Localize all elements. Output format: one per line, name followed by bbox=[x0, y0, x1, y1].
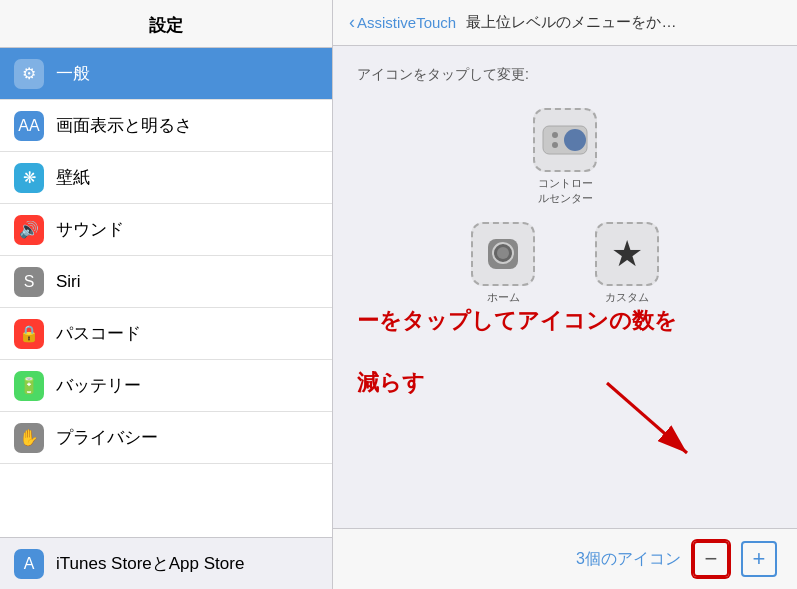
svg-point-1 bbox=[564, 129, 586, 151]
plus-button[interactable]: + bbox=[741, 541, 777, 577]
sidebar-bottom-item[interactable]: A iTunes StoreとApp Store bbox=[0, 537, 332, 589]
svg-point-3 bbox=[552, 142, 558, 148]
sidebar-item-privacy[interactable]: ✋プライバシー bbox=[0, 412, 332, 464]
content-body: アイコンをタップして変更: bbox=[333, 46, 797, 528]
privacy-icon: ✋ bbox=[14, 423, 44, 453]
svg-rect-6 bbox=[497, 247, 509, 259]
icon-row-2: ホーム ★ カスタム bbox=[471, 222, 659, 305]
home-icon-box[interactable] bbox=[471, 222, 535, 286]
sidebar-list: ⚙一般AA画面表示と明るさ❋壁紙🔊サウンドSSiri🔒パスコード🔋バッテリー✋プ… bbox=[0, 48, 332, 537]
icon-count-label: 3個のアイコン bbox=[576, 549, 681, 570]
icon-slot-custom: ★ カスタム bbox=[595, 222, 659, 305]
icon-grid: コントロールセンター ホーム bbox=[357, 108, 773, 305]
sidebar-item-display[interactable]: AA画面表示と明るさ bbox=[0, 100, 332, 152]
control-center-icon-inner bbox=[541, 124, 589, 156]
itunes-store-icon: A bbox=[14, 549, 44, 579]
content-panel: ‹ AssistiveTouch 最上位レベルのメニューをか… アイコンをタップ… bbox=[333, 0, 797, 589]
back-button[interactable]: ‹ AssistiveTouch bbox=[349, 12, 456, 33]
passcode-label: パスコード bbox=[56, 322, 141, 345]
annotation-line2: 減らす bbox=[357, 370, 425, 395]
passcode-icon: 🔒 bbox=[14, 319, 44, 349]
header-title: 最上位レベルのメニューをか… bbox=[466, 13, 676, 32]
custom-label: カスタム bbox=[605, 290, 649, 305]
sidebar-item-wallpaper[interactable]: ❋壁紙 bbox=[0, 152, 332, 204]
sound-label: サウンド bbox=[56, 218, 124, 241]
control-center-label: コントロールセンター bbox=[538, 176, 593, 206]
sound-icon: 🔊 bbox=[14, 215, 44, 245]
control-center-icon-box[interactable] bbox=[533, 108, 597, 172]
sidebar-item-siri[interactable]: SSiri bbox=[0, 256, 332, 308]
sidebar: 設定 ⚙一般AA画面表示と明るさ❋壁紙🔊サウンドSSiri🔒パスコード🔋バッテリ… bbox=[0, 0, 333, 589]
home-label: ホーム bbox=[487, 290, 520, 305]
svg-point-2 bbox=[552, 132, 558, 138]
custom-icon-inner: ★ bbox=[611, 233, 643, 275]
star-icon: ★ bbox=[611, 233, 643, 275]
custom-icon-box[interactable]: ★ bbox=[595, 222, 659, 286]
sidebar-item-sound[interactable]: 🔊サウンド bbox=[0, 204, 332, 256]
home-icon-inner bbox=[484, 235, 522, 273]
display-label: 画面表示と明るさ bbox=[56, 114, 192, 137]
toggle-svg-icon bbox=[541, 124, 589, 156]
minus-button[interactable]: − bbox=[693, 541, 729, 577]
instruction-text: アイコンをタップして変更: bbox=[357, 66, 773, 84]
svg-line-7 bbox=[607, 383, 687, 453]
arrow-svg bbox=[587, 373, 707, 473]
home-svg-icon bbox=[484, 235, 522, 273]
annotation-line1: ーをタップしてアイコンの数を bbox=[357, 308, 677, 333]
icon-slot-home: ホーム bbox=[471, 222, 535, 305]
bottom-bar: 3個のアイコン − + bbox=[333, 528, 797, 589]
sidebar-title: 設定 bbox=[0, 0, 332, 48]
battery-icon: 🔋 bbox=[14, 371, 44, 401]
general-icon: ⚙ bbox=[14, 59, 44, 89]
sidebar-item-battery[interactable]: 🔋バッテリー bbox=[0, 360, 332, 412]
general-label: 一般 bbox=[56, 62, 90, 85]
wallpaper-label: 壁紙 bbox=[56, 166, 90, 189]
wallpaper-icon: ❋ bbox=[14, 163, 44, 193]
sidebar-item-general[interactable]: ⚙一般 bbox=[0, 48, 332, 100]
icon-slot-control-center: コントロールセンター bbox=[533, 108, 597, 206]
back-label: AssistiveTouch bbox=[357, 14, 456, 31]
display-icon: AA bbox=[14, 111, 44, 141]
siri-label: Siri bbox=[56, 272, 81, 292]
itunes-store-label: iTunes StoreとApp Store bbox=[56, 552, 244, 575]
icon-row-1: コントロールセンター bbox=[533, 108, 597, 206]
sidebar-item-passcode[interactable]: 🔒パスコード bbox=[0, 308, 332, 360]
siri-icon: S bbox=[14, 267, 44, 297]
privacy-label: プライバシー bbox=[56, 426, 158, 449]
back-chevron-icon: ‹ bbox=[349, 12, 355, 33]
battery-label: バッテリー bbox=[56, 374, 141, 397]
content-header: ‹ AssistiveTouch 最上位レベルのメニューをか… bbox=[333, 0, 797, 46]
